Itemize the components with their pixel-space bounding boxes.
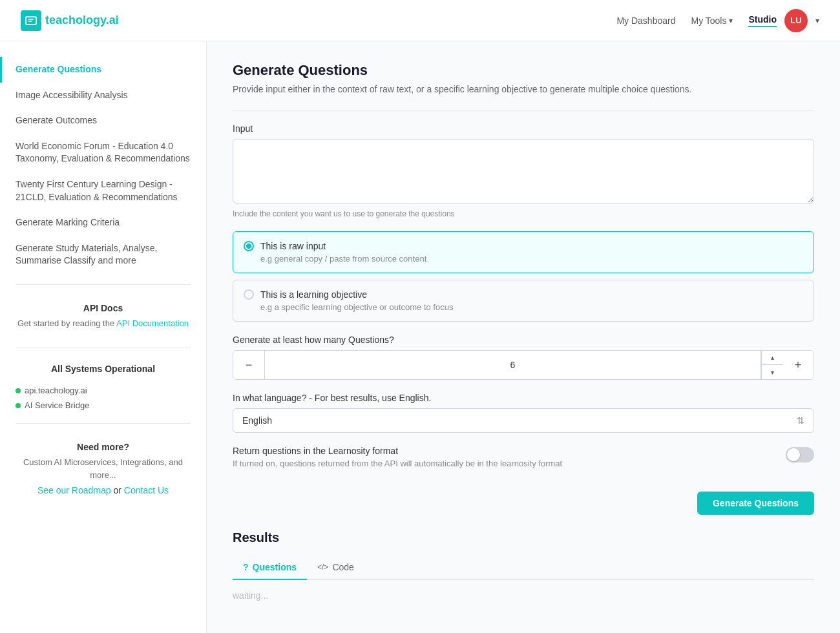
- tab-code-label: Code: [332, 562, 353, 572]
- avatar[interactable]: LU: [784, 9, 808, 32]
- sidebar-item-wef-taxonomy[interactable]: World Economic Forum - Education 4.0 Tax…: [0, 134, 206, 172]
- radio-option-objective-header: This is a learning objective: [244, 289, 803, 300]
- page-title: Generate Questions: [233, 62, 814, 79]
- results-tabs: ? Questions </> Code: [233, 555, 814, 580]
- logo-text: teachology.ai: [45, 14, 119, 27]
- waiting-text: waiting...: [233, 590, 814, 601]
- radio-option-raw-header: This is raw input: [244, 241, 803, 251]
- status-ai-bridge: AI Service Bridge: [0, 398, 206, 413]
- api-docs-text: Get started by reading the API Documenta…: [16, 317, 191, 330]
- sort-icon: ⇅: [797, 415, 804, 426]
- api-docs-section: API Docs Get started by reading the API …: [0, 295, 206, 338]
- results-title: Results: [233, 530, 814, 545]
- toggle-section: Return questions in the Learnosity forma…: [233, 446, 814, 468]
- toggle-desc: If turned on, questions returned from th…: [233, 459, 775, 468]
- need-more-links: See our Roadmap or Contact Us: [16, 485, 191, 495]
- need-more-section: Need more? Custom AI Microservices, Inte…: [0, 434, 206, 503]
- radio-group: This is raw input e.g general copy / pas…: [233, 231, 814, 322]
- input-textarea[interactable]: [233, 139, 814, 203]
- questions-count-section: Generate at least how many Questions? − …: [233, 335, 814, 380]
- roadmap-link[interactable]: See our Roadmap: [37, 485, 111, 495]
- num-stepper: ▴ ▾: [761, 351, 782, 379]
- radio-objective-label: This is a learning objective: [260, 289, 367, 300]
- increment-button[interactable]: +: [782, 351, 814, 379]
- sidebar-item-generate-questions[interactable]: Generate Questions: [0, 57, 206, 83]
- stepper-up-button[interactable]: ▴: [762, 351, 782, 365]
- toggle-info: Return questions in the Learnosity forma…: [233, 446, 775, 468]
- layout: Generate Questions Image Accessibility A…: [0, 41, 840, 633]
- nav: My Dashboard My Tools ▾ Studio: [616, 14, 777, 27]
- radio-raw-sub: e.g general copy / paste from source con…: [260, 254, 803, 264]
- toggle-knob: [787, 448, 800, 461]
- logo-icon: [21, 10, 41, 31]
- radio-raw-label: This is raw input: [260, 241, 326, 251]
- tools-chevron-icon: ▾: [729, 16, 733, 25]
- code-tab-icon: </>: [317, 563, 328, 572]
- results-section: Results ? Questions </> Code waiting...: [233, 515, 814, 601]
- main-content: Generate Questions Provide input either …: [207, 41, 840, 633]
- sidebar-item-21cld[interactable]: Twenty First Century Learning Design - 2…: [0, 172, 206, 210]
- need-more-text: Custom AI Microservices, Integrations, a…: [16, 456, 191, 481]
- questions-count-label: Generate at least how many Questions?: [233, 335, 814, 345]
- language-value: English: [242, 415, 272, 426]
- svg-rect-0: [26, 17, 36, 25]
- tab-code[interactable]: </> Code: [307, 555, 364, 580]
- nav-tools[interactable]: My Tools ▾: [691, 16, 733, 26]
- decrement-button[interactable]: −: [233, 351, 264, 379]
- sidebar-item-image-accessibility[interactable]: Image Accessibility Analysis: [0, 83, 206, 109]
- sidebar-divider-2: [16, 348, 191, 348]
- input-label: Input: [233, 123, 814, 134]
- questions-value: 6: [264, 351, 761, 379]
- radio-option-objective[interactable]: This is a learning objective e.g a speci…: [233, 280, 814, 322]
- tab-questions-label: Questions: [253, 562, 297, 572]
- radio-objective-sub: e.g a specific learning objective or out…: [260, 302, 803, 312]
- main-divider: [233, 110, 814, 110]
- page-description: Provide input either in the context of r…: [233, 84, 814, 94]
- nav-dashboard[interactable]: My Dashboard: [616, 16, 675, 26]
- radio-section: This is raw input e.g general copy / pas…: [233, 231, 814, 322]
- header: teachology.ai My Dashboard My Tools ▾ St…: [0, 0, 840, 41]
- toggle-title: Return questions in the Learnosity forma…: [233, 446, 775, 456]
- learnosity-toggle[interactable]: [786, 447, 814, 462]
- language-select[interactable]: English ⇅: [233, 408, 814, 433]
- input-section: Input Include the content you want us to…: [233, 123, 814, 218]
- input-hint: Include the content you want us to use t…: [233, 209, 814, 218]
- api-docs-link[interactable]: API Documentation: [116, 318, 189, 328]
- language-label: In what language? - For best results, us…: [233, 393, 814, 403]
- status-api-dot: [16, 388, 21, 393]
- status-ai-bridge-dot: [16, 403, 21, 408]
- logo[interactable]: teachology.ai: [21, 10, 119, 31]
- radio-raw-circle: [244, 241, 254, 251]
- contact-link[interactable]: Contact Us: [124, 485, 169, 495]
- generate-button[interactable]: Generate Questions: [697, 492, 814, 515]
- sidebar-item-marking-criteria[interactable]: Generate Marking Criteria: [0, 210, 206, 236]
- tab-questions[interactable]: ? Questions: [233, 555, 307, 580]
- status-title: All Systems Operational: [0, 358, 206, 379]
- toggle-row: Return questions in the Learnosity forma…: [233, 446, 814, 468]
- sidebar-divider-1: [16, 284, 191, 285]
- sidebar: Generate Questions Image Accessibility A…: [0, 41, 207, 633]
- status-api: api.teachology.ai: [0, 383, 206, 398]
- language-section: In what language? - For best results, us…: [233, 393, 814, 433]
- header-right: My Dashboard My Tools ▾ Studio LU ▾: [616, 9, 819, 32]
- number-input-row: − 6 ▴ ▾ +: [233, 350, 814, 380]
- sidebar-divider-3: [16, 423, 191, 424]
- api-docs-title: API Docs: [16, 303, 191, 313]
- sidebar-item-study-materials[interactable]: Generate Study Materials, Analyse, Summa…: [0, 236, 206, 274]
- radio-option-raw[interactable]: This is raw input e.g general copy / pas…: [233, 231, 814, 273]
- sidebar-item-generate-outcomes[interactable]: Generate Outcomes: [0, 108, 206, 134]
- stepper-down-button[interactable]: ▾: [762, 365, 782, 379]
- questions-tab-icon: ?: [243, 562, 249, 572]
- avatar-chevron-icon: ▾: [815, 16, 819, 25]
- nav-studio[interactable]: Studio: [748, 14, 777, 27]
- radio-objective-circle: [244, 289, 254, 300]
- need-more-title: Need more?: [16, 442, 191, 452]
